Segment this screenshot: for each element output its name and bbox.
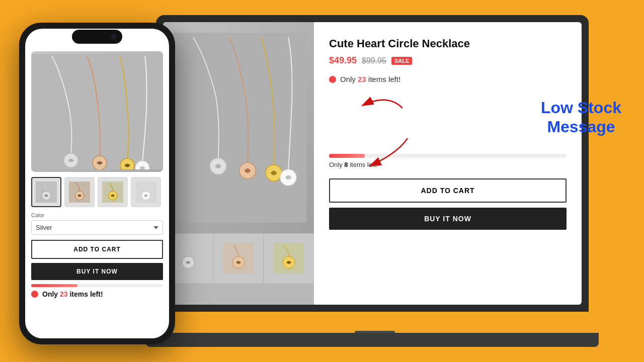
phone-progress-track xyxy=(31,284,163,287)
phone: Color Silver Gold Rose Gold ADD TO CART … xyxy=(19,23,175,344)
phone-stock-dot xyxy=(31,291,38,298)
laptop-product-images xyxy=(163,22,314,305)
stock-progress-fill xyxy=(329,154,365,158)
phone-notch xyxy=(72,30,122,44)
phone-thumb-4[interactable] xyxy=(131,177,161,207)
phone-camera xyxy=(111,34,116,39)
phone-main-image xyxy=(31,51,163,172)
phone-stock-row: Only 23 items left! xyxy=(31,290,163,298)
phone-add-to-cart-button[interactable]: ADD TO CART xyxy=(31,240,163,259)
phone-thumb-1[interactable] xyxy=(31,177,61,207)
stock-text-2: Only 8 items left! xyxy=(329,161,567,168)
original-price: $99.95 xyxy=(362,56,386,65)
stock-text-1: Only 23 items left! xyxy=(340,75,400,83)
phone-necklace-illustration xyxy=(32,54,163,169)
phone-screen: Color Silver Gold Rose Gold ADD TO CART … xyxy=(25,29,169,338)
phone-thumbnail-row xyxy=(31,177,163,207)
product-title: Cute Heart Circle Necklace xyxy=(329,37,567,50)
laptop-body: Cute Heart Circle Necklace $49.95 $99.95… xyxy=(156,15,589,312)
stock-indicator-1: Only 23 items left! xyxy=(329,75,567,83)
necklaces-illustration xyxy=(171,33,306,223)
phone-progress-fill xyxy=(31,284,77,287)
laptop-thumb-2[interactable] xyxy=(213,233,264,284)
phone-color-label: Color xyxy=(31,212,163,218)
laptop-main-image xyxy=(163,22,314,233)
annotation-text: Low StockMessage xyxy=(541,98,621,137)
add-to-cart-button[interactable]: ADD TO CART xyxy=(329,178,567,203)
annotation-spacer xyxy=(329,88,567,154)
phone-buy-now-button[interactable]: BUY IT NOW xyxy=(31,263,163,280)
stock-dot-1 xyxy=(329,76,336,83)
price-row: $49.95 $99.95 SALE xyxy=(329,55,567,66)
laptop-screen: Cute Heart Circle Necklace $49.95 $99.95… xyxy=(163,22,582,305)
phone-stock-text: Only 23 items left! xyxy=(42,290,103,298)
laptop-thumb-3[interactable] xyxy=(264,233,314,284)
stock-progress-track xyxy=(329,154,567,158)
svg-rect-0 xyxy=(171,33,306,223)
phone-color-select[interactable]: Silver Gold Rose Gold xyxy=(31,220,163,235)
phone-thumb-3[interactable] xyxy=(98,177,128,207)
annotation-box: Low StockMessage xyxy=(541,98,621,137)
scene: Cute Heart Circle Necklace $49.95 $99.95… xyxy=(0,0,644,362)
buy-now-button[interactable]: BUY IT NOW xyxy=(329,208,567,230)
laptop-thumbnail-row xyxy=(163,233,314,284)
sale-badge: SALE xyxy=(391,57,412,65)
laptop-base xyxy=(146,333,599,347)
phone-thumb-2[interactable] xyxy=(64,177,95,207)
sale-price: $49.95 xyxy=(329,55,357,66)
laptop: Cute Heart Circle Necklace $49.95 $99.95… xyxy=(156,15,594,347)
phone-content: Color Silver Gold Rose Gold ADD TO CART … xyxy=(25,29,169,338)
laptop-product-info: Cute Heart Circle Necklace $49.95 $99.95… xyxy=(314,22,582,305)
